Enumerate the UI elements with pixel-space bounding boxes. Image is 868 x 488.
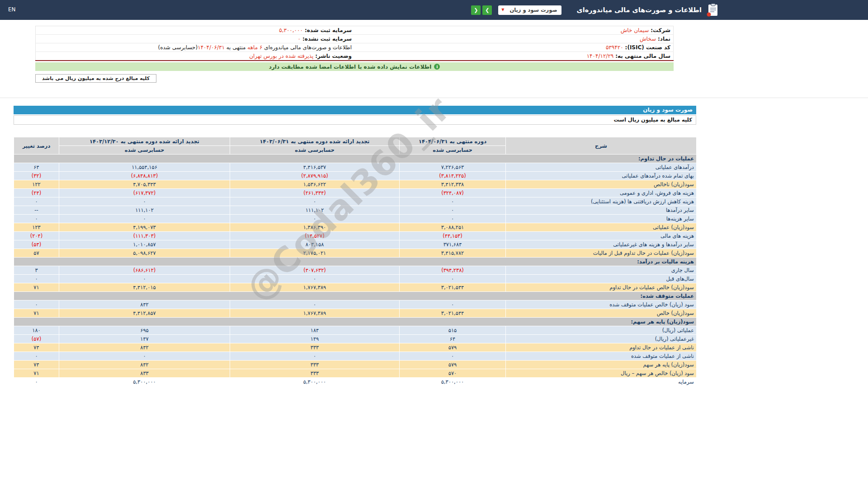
company-name-cell: شرکت:سیمان خاش	[354, 26, 674, 35]
cell-v1: ۳,۰۲۱,۵۴۴	[400, 283, 506, 292]
section-label: سود(زیان) پایه هر سهم:	[14, 318, 697, 326]
registered-capital-label: سرمایه ثبت شده:	[305, 27, 352, 33]
cell-v2: ۲,۱۷۵,۰۲۱	[230, 249, 400, 258]
registered-capital-cell: سرمایه ثبت شده:۵,۳۰۰,۰۰۰	[36, 26, 355, 35]
row-label: ناشی از عملیات متوقف شده	[506, 352, 697, 361]
cell-v2: (۲۶۱,۳۳۴)	[230, 189, 400, 197]
info-row: سال مالی منتهی به:۱۴۰۴/۱۲/۲۹ وضعیت ناشر:…	[36, 52, 674, 61]
cell-v1: ۳,۰۸۸,۲۵۱	[400, 223, 506, 232]
row-label: هزینه کاهش ارزش دریافتنی ها (هزینه استثن…	[506, 197, 697, 206]
fiscal-year-label: سال مالی منتهی به:	[615, 53, 670, 59]
row-label: سرمایه	[506, 378, 697, 386]
prev-period-button[interactable]: ❮	[471, 5, 481, 15]
next-period-button[interactable]: ❯	[482, 5, 492, 15]
cell-v3: ۰	[59, 215, 230, 223]
row-label: غیرعملیاتی (ریال)	[506, 335, 697, 343]
page: اطلاعات و صورت‌های مالی میاندوره‌ای صورت…	[0, 0, 868, 488]
cell-v3: ۰	[59, 197, 230, 206]
statement-row: سود(زیان) خالص عملیات در حال تداوم۳,۰۲۱,…	[14, 283, 697, 292]
row-label: بهای تمام شده درآمدهای عملیاتی	[506, 172, 697, 180]
cell-v1: ۵۱۵	[400, 326, 506, 335]
cell-v3: ۱۱,۵۵۴,۱۵۶	[59, 163, 230, 172]
cell-v2: ۰	[230, 275, 400, 283]
row-label: سود(زیان) عملیاتی	[506, 223, 697, 232]
statement-row: هزینه کاهش ارزش دریافتنی ها (هزینه استثن…	[14, 197, 697, 206]
cell-v1: ۰	[400, 352, 506, 361]
period-nav: ❯ ❮	[471, 5, 492, 15]
statement-row: سود(زیان) ناخالص۳,۴۱۲,۳۳۸۱,۵۳۶,۶۲۲۴,۷۰۵,…	[14, 180, 697, 189]
cell-v3: ۸۴۲	[59, 300, 230, 309]
info-row: نماد:سخاش سرمایه ثبت نشده:۰	[36, 35, 674, 43]
statement-row: سایر درآمدها و هزینه های غیرعملیاتی۳۷۱,۶…	[14, 240, 697, 249]
section-label: عملیات در حال تداوم:	[14, 155, 697, 163]
statement-row: سود (زیان) خالص هر سهم – ریال۵۷۰۳۳۳۸۳۳۷۱	[14, 369, 697, 378]
cell-v1: ۵۷۰	[400, 369, 506, 378]
cell-pct: (۵۷)	[14, 335, 59, 343]
cell-v3: ۴,۴۱۲,۰۱۵	[59, 283, 230, 292]
cell-v1: ۳۷۱,۶۸۴	[400, 240, 506, 249]
cell-v3: ۰	[59, 352, 230, 361]
statement-header-row: شرح دوره منتهی به ۱۴۰۴/۰۶/۳۱ تجدید ارائه…	[14, 137, 697, 146]
row-label: سود(زیان) خالص عملیات در حال تداوم	[506, 283, 697, 292]
cell-v2: ۱,۳۸۶,۳۹۰	[230, 223, 400, 232]
statement-row: هزینه های مالی(۴۴,۱۵۳)(۱۴,۵۲۷)(۱۱۱,۳۰۳)(…	[14, 232, 697, 240]
period-end-date: ۱۴۰۴/۰۶/۳۱	[198, 44, 225, 51]
cell-pct: --	[14, 206, 59, 215]
cell-v2: ۴,۴۱۶,۵۳۷	[230, 163, 400, 172]
unit-note-box: کلیه مبالغ درج شده به میلیون ریال می باش…	[35, 74, 156, 83]
statement-row: ناشی از عملیات متوقف شده۰۰۰۰	[14, 352, 697, 361]
col-header-restated-mid: تجدید ارائه شده دوره منتهی به ۱۴۰۳/۰۶/۳۱	[230, 137, 400, 146]
unregistered-capital-value: ۰	[298, 36, 301, 42]
statement-section-row: سود(زیان) پایه هر سهم:	[14, 318, 697, 326]
statement-row: عملیاتی (ریال)۵۱۵۱۸۴۶۹۵۱۸۰	[14, 326, 697, 335]
cell-v1: (۴۴,۱۵۳)	[400, 232, 506, 240]
cell-pct: ۱۲۳	[14, 223, 59, 232]
row-label: سود (زیان) خالص هر سهم – ریال	[506, 369, 697, 378]
cell-v1: ۳,۴۱۵,۷۸۲	[400, 249, 506, 258]
cell-v2: ۱,۵۳۶,۶۲۲	[230, 180, 400, 189]
unregistered-capital-cell: سرمایه ثبت نشده:۰	[36, 35, 355, 43]
row-label: سال‌های قبل	[506, 275, 697, 283]
cell-pct: ۰	[14, 215, 59, 223]
cell-v2: (۴۰۷,۶۳۲)	[230, 266, 400, 275]
statement-row: سال جاری(۳۹۴,۲۳۸)(۴۰۷,۶۳۲)(۶۸۶,۶۱۲)۳	[14, 266, 697, 275]
row-label: سود(زیان) ناخالص	[506, 180, 697, 189]
statement-row: ناشی از عملیات در حال تداوم۵۷۹۳۳۳۸۴۲۷۴	[14, 343, 697, 352]
registered-capital-value: ۵,۳۰۰,۰۰۰	[279, 27, 303, 33]
cell-v2: (۲,۸۷۹,۹۱۵)	[230, 172, 400, 180]
statement-row: سود(زیان) پایه هر سهم۵۷۹۳۳۳۸۴۲۷۴	[14, 361, 697, 369]
statement-row: هزینه های فروش، اداری و عمومی(۳۲۴,۰۸۷)(۲…	[14, 189, 697, 197]
report-icon	[706, 3, 719, 17]
cell-v3: ۴,۷۰۵,۳۴۳	[59, 180, 230, 189]
statement-type-dropdown[interactable]: صورت سود و زیان ▼	[498, 5, 561, 15]
language-toggle-en[interactable]: EN	[8, 6, 16, 13]
cell-v3: ۰	[59, 275, 230, 283]
subheader-audited: حسابرسی شده	[400, 146, 506, 155]
info-row: کد صنعت (ISIC):۵۳۹۴۲۰ اطلاعات و صورت‌های…	[36, 43, 674, 52]
row-label: سایر هزینه‌ها	[506, 215, 697, 223]
cell-pct: ۷۱	[14, 283, 59, 292]
cell-v1: ۳,۰۲۱,۵۴۴	[400, 309, 506, 318]
isic-label: کد صنعت (ISIC):	[625, 44, 670, 51]
period-mid: منتهی به	[225, 44, 247, 51]
row-label: سود(زیان) خالص	[506, 309, 697, 318]
company-info-table: شرکت:سیمان خاش سرمایه ثبت شده:۵,۳۰۰,۰۰۰ …	[35, 26, 674, 61]
cell-v1: ۵,۳۰۰,۰۰۰	[400, 378, 506, 386]
cell-v2: ۱۸۴	[230, 326, 400, 335]
page-title: اطلاعات و صورت‌های مالی میاندوره‌ای	[577, 6, 702, 14]
cell-pct: ۵۷	[14, 249, 59, 258]
cell-v2: ۰	[230, 215, 400, 223]
row-label: عملیاتی (ریال)	[506, 326, 697, 335]
cell-v3: ۶۹۵	[59, 326, 230, 335]
cell-v2: ۳۳۳	[230, 369, 400, 378]
statement-row: درآمدهای عملیاتی۷,۲۲۶,۵۶۳۴,۴۱۶,۵۳۷۱۱,۵۵۴…	[14, 163, 697, 172]
cell-v2: ۳۳۳	[230, 343, 400, 352]
cell-v3: ۴,۴۱۲,۸۵۷	[59, 309, 230, 318]
cell-pct: ۷۴	[14, 343, 59, 352]
period-suffix: (حسابرسی شده)	[158, 44, 198, 51]
info-row: شرکت:سیمان خاش سرمایه ثبت شده:۵,۳۰۰,۰۰۰	[36, 26, 674, 35]
period-length: ۶ ماهه	[247, 44, 262, 51]
symbol-value: سخاش	[640, 36, 656, 42]
cell-pct: ۳	[14, 266, 59, 275]
row-label: سایر درآمدها	[506, 206, 697, 215]
